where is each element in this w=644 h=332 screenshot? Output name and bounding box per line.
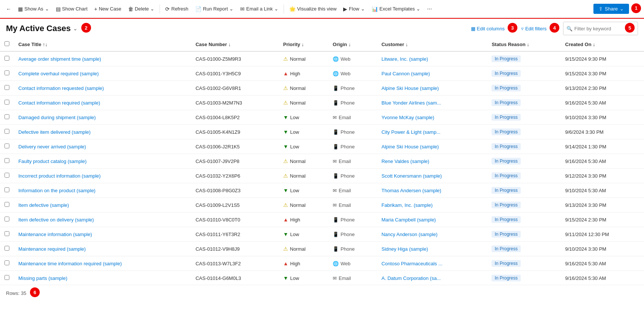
row-checkbox[interactable] — [4, 231, 9, 236]
chevron-down-icon-share: ⌄ — [620, 6, 624, 12]
row-checkbox[interactable] — [4, 56, 9, 61]
customer-link[interactable]: Rene Valdes (sample) — [381, 159, 429, 164]
edit-filters-button[interactable]: ▿ Edit filters 4 — [521, 24, 559, 33]
flow-button[interactable]: ▶ Flow ⌄ — [340, 4, 368, 14]
customer-link[interactable]: Alpine Ski House (sample) — [381, 85, 439, 91]
case-title-link[interactable]: Information on the product (sample) — [18, 188, 96, 193]
priority-display: ▼ Low — [283, 114, 299, 120]
view-title-chevron[interactable]: ⌄ — [73, 25, 78, 31]
case-title-link[interactable]: Maintenance information (sample) — [18, 232, 92, 237]
show-as-button[interactable]: ▦ Show As ⌄ — [15, 4, 52, 14]
cell-created-on: 9/10/2024 3:30 PM — [561, 110, 644, 125]
customer-link[interactable]: A. Datum Corporation (sa... — [381, 275, 441, 281]
share-button[interactable]: ⇧ Share ⌄ — [593, 4, 629, 14]
select-all-checkbox[interactable] — [4, 41, 9, 46]
delete-button[interactable]: 🗑 Delete ⌄ — [125, 4, 158, 14]
case-title-link[interactable]: Faulty product catalog (sample) — [18, 159, 87, 164]
case-title-link[interactable]: Delivery never arrived (sample) — [18, 144, 86, 150]
row-checkbox[interactable] — [4, 144, 9, 148]
row-checkbox[interactable] — [4, 246, 9, 251]
cell-status-reason: In Progress — [487, 271, 560, 285]
back-button[interactable]: ← — [3, 4, 14, 14]
priority-display: ⚠ Normal — [283, 246, 306, 252]
cell-customer: Thomas Andersen (sample) — [377, 183, 487, 198]
chevron-down-icon-delete: ⌄ — [150, 6, 154, 12]
customer-link[interactable]: Maria Campbell (sample) — [381, 217, 436, 223]
case-title-link[interactable]: Maintenance time information required (s… — [18, 261, 122, 266]
row-checkbox[interactable] — [4, 70, 9, 75]
row-checkbox[interactable] — [4, 217, 9, 221]
annotation-3: 3 — [508, 23, 517, 33]
customer-link[interactable]: Fabrikam, Inc. (sample) — [381, 202, 433, 208]
edit-columns-button[interactable]: ▦ Edit columns 3 — [471, 24, 517, 33]
col-customer[interactable]: Customer ↓ — [377, 37, 487, 51]
case-title-link[interactable]: Damaged during shipment (sample) — [18, 115, 96, 120]
row-checkbox[interactable] — [4, 158, 9, 163]
cell-origin: 📱 Phone — [328, 212, 377, 227]
row-checkbox[interactable] — [4, 100, 9, 105]
cell-case-title: Item defective on delivery (sample) — [14, 212, 191, 227]
cell-case-title: Maintenance required (sample) — [14, 242, 191, 256]
excel-button[interactable]: 📊 Excel Templates ⌄ — [369, 4, 423, 14]
case-title-link[interactable]: Incorrect product information (sample) — [18, 173, 101, 179]
cell-case-number: CAS-01007-J9V2P8 — [191, 154, 279, 169]
case-title-link[interactable]: Complete overhaul required (sample) — [18, 71, 99, 76]
table-row: Maintenance required (sample) CAS-01012-… — [0, 242, 644, 256]
customer-link[interactable]: Sidney Higa (sample) — [381, 246, 428, 252]
cell-case-title: Missing parts (sample) — [14, 271, 191, 285]
cell-created-on: 9/12/2024 3:30 PM — [561, 169, 644, 183]
col-created-on[interactable]: Created On ↓ — [561, 37, 644, 51]
case-title-link[interactable]: Item defective (sample) — [18, 202, 69, 208]
customer-link[interactable]: Alpine Ski House (sample) — [381, 144, 439, 150]
customer-link[interactable]: Paul Cannon (sample) — [381, 71, 430, 76]
case-title-link[interactable]: Contact information requested (sample) — [18, 85, 104, 91]
refresh-button[interactable]: ⟳ Refresh — [162, 4, 191, 14]
customer-link[interactable]: Yvonne McKay (sample) — [381, 115, 434, 120]
col-origin[interactable]: Origin ↓ — [328, 37, 377, 51]
col-case-number[interactable]: Case Number ↓ — [191, 37, 279, 51]
case-title-link[interactable]: Contact information required (sample) — [18, 100, 100, 106]
case-title-link[interactable]: Average order shipment time (sample) — [18, 56, 101, 62]
row-checkbox[interactable] — [4, 173, 9, 178]
filter-input[interactable] — [574, 26, 622, 31]
run-report-button[interactable]: 📄 Run Report ⌄ — [192, 4, 236, 14]
cell-case-title: Incorrect product information (sample) — [14, 169, 191, 183]
customer-link[interactable]: Scott Konersmann (sample) — [381, 173, 442, 179]
customer-link[interactable]: Thomas Andersen (sample) — [381, 188, 441, 193]
case-title-link[interactable]: Item defective on delivery (sample) — [18, 217, 94, 223]
row-checkbox[interactable] — [4, 114, 9, 119]
col-priority[interactable]: Priority ↓ — [279, 37, 328, 51]
visualize-button[interactable]: 🌟 Visualize this view — [286, 4, 339, 14]
row-checkbox[interactable] — [4, 187, 9, 192]
row-checkbox[interactable] — [4, 129, 9, 134]
row-checkbox[interactable] — [4, 85, 9, 90]
email-link-button[interactable]: ✉ Email a Link ⌄ — [237, 4, 281, 14]
case-title-link[interactable]: Defective item delivered (sample) — [18, 129, 91, 135]
customer-link[interactable]: Blue Yonder Airlines (sam... — [381, 100, 441, 106]
customer-link[interactable]: City Power & Light (samp... — [381, 129, 441, 135]
origin-display: 📱 Phone — [333, 100, 355, 106]
table-row: Contact information required (sample) CA… — [0, 96, 644, 110]
col-case-title[interactable]: Case Title ↑↓ — [14, 37, 191, 51]
origin-display: 📱 Phone — [333, 232, 355, 237]
new-case-button[interactable]: + New Case — [91, 4, 124, 14]
cell-origin: 📱 Phone — [328, 169, 377, 183]
origin-display: 📱 Phone — [333, 173, 355, 179]
case-title-link[interactable]: Missing parts (sample) — [18, 275, 67, 281]
show-chart-button[interactable]: ▤ Show Chart — [53, 4, 91, 14]
select-all-header[interactable] — [0, 37, 14, 51]
customer-link[interactable]: Nancy Anderson (sample) — [381, 232, 438, 237]
customer-link[interactable]: Contoso Pharmaceuticals ... — [381, 261, 442, 266]
row-checkbox[interactable] — [4, 260, 9, 265]
customer-link[interactable]: Litware, Inc. (sample) — [381, 56, 428, 62]
col-status-reason[interactable]: Status Reason ↓ — [487, 37, 560, 51]
cell-case-title: Average order shipment time (sample) — [14, 51, 191, 66]
divider-1 — [160, 4, 160, 13]
plus-icon: + — [94, 6, 97, 12]
scroll-wrapper[interactable]: Case Title ↑↓ Case Number ↓ Priority ↓ O… — [0, 37, 644, 285]
row-checkbox[interactable] — [4, 202, 9, 207]
row-checkbox[interactable] — [4, 275, 9, 280]
more-button[interactable]: ⋯ — [424, 4, 435, 13]
case-title-link[interactable]: Maintenance required (sample) — [18, 246, 86, 252]
cell-case-number: CAS-01014-G6M0L3 — [191, 271, 279, 285]
